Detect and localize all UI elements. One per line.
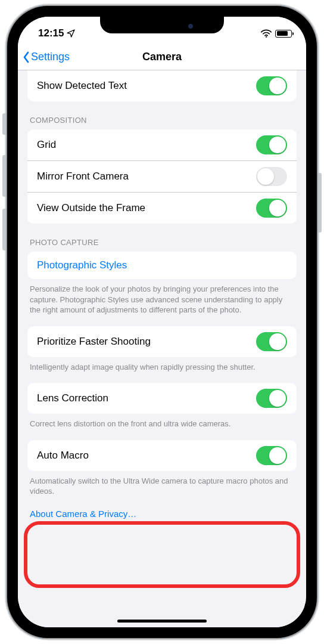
row-prioritize-faster-shooting[interactable]: Prioritize Faster Shooting	[27, 326, 297, 357]
toggle-lens-correction[interactable]	[256, 389, 287, 408]
row-grid[interactable]: Grid	[27, 129, 297, 161]
power-button	[318, 173, 322, 233]
row-label: Grid	[37, 139, 56, 151]
toggle-show-detected-text[interactable]	[256, 76, 287, 95]
section-header-composition: COMPOSITION	[18, 101, 306, 129]
row-label: Photographic Styles	[37, 259, 127, 271]
footer-photographic-styles: Personalize the look of your photos by b…	[18, 279, 306, 315]
notch	[100, 17, 224, 33]
toggle-prioritize-faster-shooting[interactable]	[256, 332, 287, 351]
back-label: Settings	[31, 51, 70, 63]
section-header-photo-capture: PHOTO CAPTURE	[18, 224, 306, 252]
toggle-grid[interactable]	[256, 135, 287, 154]
battery-icon	[275, 30, 292, 38]
group-top: Show Detected Text	[27, 70, 297, 101]
row-label: Mirror Front Camera	[37, 171, 129, 182]
about-camera-privacy-link[interactable]: About Camera & Privacy…	[18, 497, 306, 519]
home-indicator[interactable]	[117, 620, 207, 623]
mute-switch	[2, 113, 6, 135]
back-button[interactable]: Settings	[23, 51, 70, 63]
wifi-icon	[261, 29, 272, 38]
group-auto-macro: Auto Macro	[27, 440, 297, 471]
phone-frame: 12:15 Settings Camera	[7, 6, 317, 638]
content[interactable]: Show Detected Text COMPOSITION Grid Mirr…	[18, 70, 306, 627]
status-time: 12:15	[38, 27, 64, 39]
group-composition: Grid Mirror Front Camera View Outside th…	[27, 129, 297, 224]
nav-bar: Settings Camera	[18, 44, 306, 70]
row-auto-macro[interactable]: Auto Macro	[27, 440, 297, 471]
svg-point-0	[266, 36, 267, 37]
row-label: Prioritize Faster Shooting	[37, 336, 151, 348]
footer-lens-correction: Correct lens distortion on the front and…	[18, 414, 306, 429]
group-lens-correction: Lens Correction	[27, 383, 297, 414]
footer-auto-macro: Automatically switch to the Ultra Wide c…	[18, 471, 306, 497]
footer-prioritize: Intelligently adapt image quality when r…	[18, 357, 306, 373]
row-show-detected-text[interactable]: Show Detected Text	[27, 70, 297, 101]
row-photographic-styles[interactable]: Photographic Styles	[27, 252, 297, 279]
screen: 12:15 Settings Camera	[18, 17, 306, 627]
chevron-left-icon	[23, 51, 30, 63]
page-title: Camera	[142, 51, 182, 63]
location-icon	[66, 29, 76, 38]
row-lens-correction[interactable]: Lens Correction	[27, 383, 297, 414]
group-prioritize: Prioritize Faster Shooting	[27, 326, 297, 357]
toggle-mirror-front-camera[interactable]	[256, 167, 287, 186]
toggle-view-outside-frame[interactable]	[256, 199, 287, 218]
row-label: Auto Macro	[37, 450, 89, 462]
volume-up-button	[2, 155, 6, 197]
toggle-auto-macro[interactable]	[256, 446, 287, 465]
row-view-outside-frame[interactable]: View Outside the Frame	[27, 193, 297, 224]
volume-down-button	[2, 209, 6, 250]
row-mirror-front-camera[interactable]: Mirror Front Camera	[27, 161, 297, 193]
row-label: Lens Correction	[37, 392, 108, 404]
row-label: Show Detected Text	[37, 80, 127, 92]
row-label: View Outside the Frame	[37, 202, 145, 214]
annotation-highlight	[24, 521, 300, 588]
group-photographic-styles: Photographic Styles	[27, 252, 297, 279]
